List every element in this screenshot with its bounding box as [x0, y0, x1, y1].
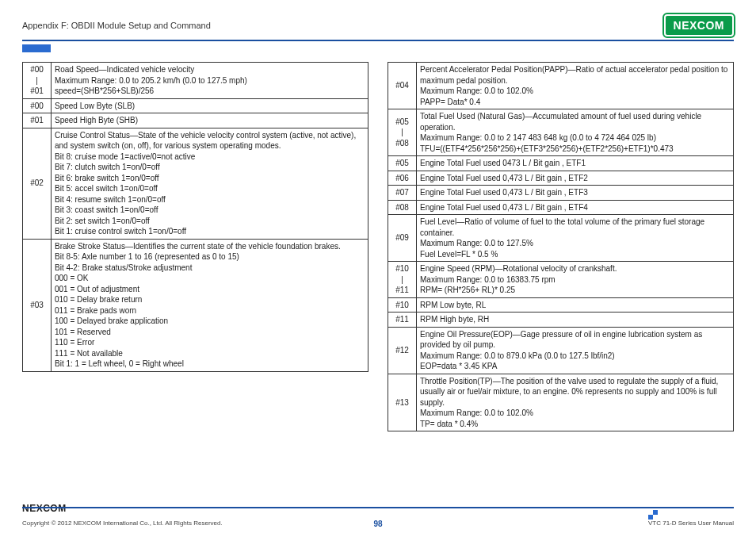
- table-row: #03Brake Stroke Status—Identifies the cu…: [23, 239, 368, 371]
- table-row: #00 | #01Road Speed—Indicated vehicle ve…: [23, 63, 368, 99]
- row-description: Total Fuel Used (Natural Gas)—Accumulate…: [417, 109, 734, 156]
- row-description: Engine Total Fuel used 0,473 L / Bit gai…: [417, 171, 734, 186]
- row-code: #09: [388, 215, 417, 262]
- table-row: #08Engine Total Fuel used 0,473 L / Bit …: [388, 200, 734, 215]
- table-row: #10RPM Low byte, RL: [388, 297, 734, 313]
- table-row: #05Engine Total Fuel used 0473 L / Bit g…: [388, 156, 734, 171]
- row-description: Brake Stroke Status—Identifies the curre…: [52, 239, 368, 371]
- header-bar: Appendix F: OBDII Module Setup and Comma…: [22, 14, 734, 41]
- row-description: Speed Low Byte (SLB): [52, 98, 368, 113]
- table-row: #00Speed Low Byte (SLB): [23, 98, 368, 113]
- row-description: RPM Low byte, RL: [417, 297, 734, 313]
- table-row: #12Engine Oil Pressure(EOP)—Gage pressur…: [388, 327, 734, 374]
- row-code: #05: [388, 156, 417, 171]
- row-code: #07: [388, 186, 417, 201]
- left-table: #00 | #01Road Speed—Indicated vehicle ve…: [22, 62, 368, 372]
- row-code: #03: [23, 239, 52, 371]
- row-code: #01: [23, 113, 52, 128]
- table-row: #10 | #11Engine Speed (RPM)—Rotational v…: [388, 262, 734, 298]
- table-row: #04Percent Accelerator Pedal Position(PA…: [388, 63, 734, 109]
- footer-squares-icon: [648, 510, 658, 520]
- row-code: #10 | #11: [388, 262, 417, 298]
- left-column: #00 | #01Road Speed—Indicated vehicle ve…: [22, 62, 368, 431]
- row-code: #08: [388, 200, 417, 215]
- row-description: Throttle Position(TP)—The position of th…: [417, 374, 734, 431]
- table-row: #09Fuel Level—Ratio of volume of fuel to…: [388, 215, 734, 262]
- appendix-title: Appendix F: OBDII Module Setup and Comma…: [22, 21, 211, 30]
- row-description: Percent Accelerator Pedal Position(PAPP)…: [417, 63, 734, 109]
- row-code: #00: [23, 98, 52, 113]
- table-row: #11RPM High byte, RH: [388, 313, 734, 328]
- row-description: Engine Total Fuel used 0473 L / Bit gain…: [417, 156, 734, 171]
- table-row: #07Engine Total Fuel used 0,473 L / Bit …: [388, 186, 734, 201]
- row-description: Speed High Byte (SHB): [52, 113, 368, 128]
- right-column: #04Percent Accelerator Pedal Position(PA…: [388, 62, 734, 431]
- manual-name: VTC 71-D Series User Manual: [648, 520, 734, 527]
- copyright-text: Copyright © 2012 NEXCOM International Co…: [22, 520, 223, 527]
- table-row: #06Engine Total Fuel used 0,473 L / Bit …: [388, 171, 734, 186]
- content-columns: #00 | #01Road Speed—Indicated vehicle ve…: [22, 62, 734, 431]
- row-code: #13: [388, 374, 417, 431]
- right-table: #04Percent Accelerator Pedal Position(PA…: [388, 62, 734, 431]
- row-description: Engine Total Fuel used 0,473 L / Bit gai…: [417, 200, 734, 215]
- page-number: 98: [373, 520, 382, 528]
- row-code: #05 | #08: [388, 109, 417, 156]
- blue-tab-decoration: [22, 44, 51, 52]
- row-description: Engine Total Fuel used 0,473 L / Bit gai…: [417, 186, 734, 201]
- table-row: #13Throttle Position(TP)—The position of…: [388, 374, 734, 431]
- row-description: Cruise Control Status—State of the vehic…: [52, 128, 368, 239]
- row-code: #00 | #01: [23, 63, 52, 99]
- row-code: #06: [388, 171, 417, 186]
- row-code: #11: [388, 313, 417, 328]
- row-description: Fuel Level—Ratio of volume of fuel to th…: [417, 215, 734, 262]
- row-code: #12: [388, 327, 417, 374]
- table-row: #01Speed High Byte (SHB): [23, 113, 368, 128]
- table-row: #05 | #08Total Fuel Used (Natural Gas)—A…: [388, 109, 734, 156]
- row-code: #02: [23, 128, 52, 239]
- row-description: Engine Oil Pressure(EOP)—Gage pressure o…: [417, 327, 734, 374]
- row-description: Road Speed—Indicated vehicle velocity Ma…: [52, 63, 368, 99]
- row-code: #04: [388, 63, 417, 109]
- row-code: #10: [388, 297, 417, 313]
- row-description: RPM High byte, RH: [417, 313, 734, 328]
- table-row: #02Cruise Control Status—State of the ve…: [23, 128, 368, 239]
- nexcom-logo: NEXCOM: [664, 14, 734, 36]
- row-description: Engine Speed (RPM)—Rotational velocity o…: [417, 262, 734, 298]
